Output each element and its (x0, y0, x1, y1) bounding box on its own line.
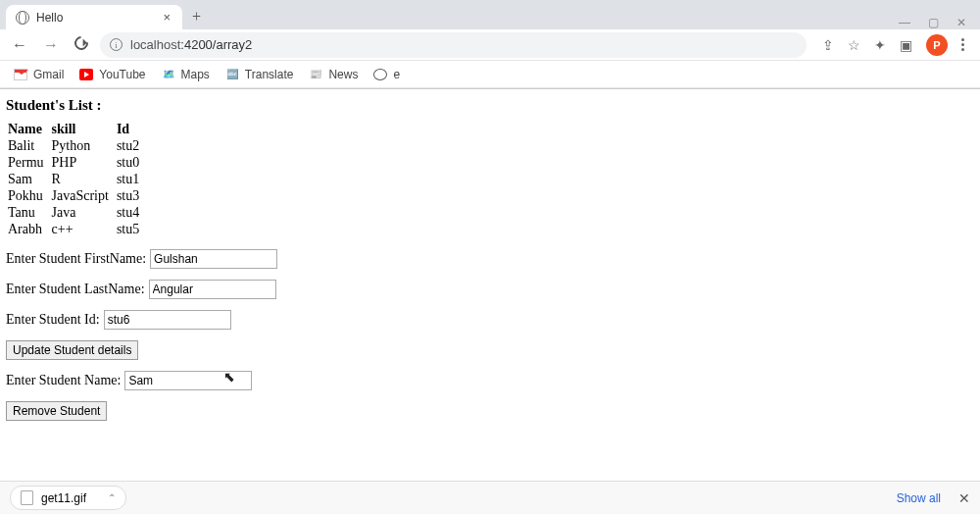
youtube-icon (79, 69, 93, 80)
panel-icon[interactable]: ▣ (900, 37, 912, 53)
url-field[interactable]: i localhost:4200/array2 (100, 32, 807, 58)
browser-tab[interactable]: Hello × (6, 5, 182, 29)
back-button[interactable]: ← (8, 34, 31, 56)
close-icon[interactable]: × (159, 10, 174, 25)
page-content: Student's List : Name skill Id BalitPyth… (0, 89, 980, 429)
new-tab-button[interactable]: + (182, 4, 211, 29)
bookmark-label: News (328, 68, 358, 81)
bookmarks-bar: Gmail YouTube 🗺️Maps 🔤Translate 📰News e (0, 61, 980, 88)
globe-icon (16, 11, 29, 25)
toolbar-icons: ⇪ ☆ ✦ ▣ P (814, 34, 972, 56)
id-input[interactable] (104, 310, 231, 330)
firstname-input[interactable] (150, 249, 277, 269)
browser-chrome: Hello × + — ▢ ✕ ← → i localhost:4200/arr… (0, 0, 980, 89)
menu-icon[interactable] (961, 38, 964, 51)
maximize-icon[interactable]: ▢ (928, 16, 939, 29)
maps-icon: 🗺️ (162, 69, 175, 80)
extensions-icon[interactable]: ✦ (874, 37, 886, 53)
bookmark-translate[interactable]: 🔤Translate (225, 68, 294, 81)
bookmark-label: Translate (245, 68, 294, 81)
students-table: Name skill Id BalitPythonstu2 PermuPHPst… (6, 122, 145, 238)
reload-button[interactable] (71, 34, 92, 56)
update-button[interactable]: Update Student details (6, 340, 138, 360)
news-icon: 📰 (309, 69, 322, 80)
translate-icon: 🔤 (225, 69, 239, 80)
forward-button[interactable]: → (39, 34, 63, 56)
close-shelf-icon[interactable]: ✕ (958, 490, 970, 506)
table-row: Arabhc++stu5 (6, 222, 145, 238)
col-name: Name (6, 122, 50, 138)
table-row: PermuPHPstu0 (6, 155, 145, 172)
table-row: SamRstu1 (6, 172, 145, 188)
globe-small-icon (373, 69, 387, 80)
close-window-icon[interactable]: ✕ (956, 16, 966, 29)
bookmark-label: e (393, 68, 400, 81)
bookmark-e[interactable]: e (373, 68, 400, 81)
firstname-row: Enter Student FirstName: (6, 249, 974, 269)
col-id: Id (115, 122, 145, 138)
show-all-link[interactable]: Show all (897, 491, 941, 505)
bookmark-label: Gmail (33, 68, 64, 81)
bookmark-youtube[interactable]: YouTube (79, 68, 145, 81)
page-heading: Student's List : (6, 97, 974, 114)
address-bar: ← → i localhost:4200/array2 ⇪ ☆ ✦ ▣ P (0, 29, 980, 61)
bookmark-news[interactable]: 📰News (309, 68, 358, 81)
url-text: localhost:4200/array2 (130, 37, 252, 52)
bookmark-gmail[interactable]: Gmail (14, 68, 64, 81)
id-row: Enter Student Id: (6, 310, 974, 330)
site-info-icon[interactable]: i (110, 38, 122, 51)
firstname-label: Enter Student FirstName: (6, 251, 146, 267)
tab-title: Hello (36, 11, 159, 25)
download-item[interactable]: get11.gif ⌃ (10, 486, 126, 510)
lastname-input[interactable] (149, 280, 276, 299)
table-row: TanuJavastu4 (6, 205, 145, 222)
gmail-icon (14, 69, 27, 80)
remove-name-row: Enter Student Name: (6, 371, 974, 390)
tab-bar: Hello × + — ▢ ✕ (0, 0, 980, 29)
bookmark-maps[interactable]: 🗺️Maps (162, 68, 210, 81)
table-row: BalitPythonstu2 (6, 138, 145, 155)
download-filename: get11.gif (41, 491, 86, 505)
lastname-row: Enter Student LastName: (6, 280, 974, 299)
bookmark-label: Maps (181, 68, 210, 81)
file-icon (21, 490, 33, 505)
id-label: Enter Student Id: (6, 312, 100, 328)
table-row: PokhuJavaScriptstu3 (6, 188, 145, 205)
bookmark-star-icon[interactable]: ☆ (848, 37, 860, 53)
reload-icon (72, 33, 91, 53)
remove-name-input[interactable] (124, 371, 252, 390)
remove-button[interactable]: Remove Student (6, 401, 107, 421)
download-shelf: get11.gif ⌃ Show all ✕ (0, 481, 980, 514)
share-icon[interactable]: ⇪ (822, 37, 834, 53)
window-controls: — ▢ ✕ (899, 16, 980, 29)
chevron-up-icon[interactable]: ⌃ (108, 492, 116, 503)
minimize-icon[interactable]: — (899, 16, 910, 29)
col-skill: skill (50, 122, 115, 138)
remove-name-label: Enter Student Name: (6, 373, 121, 388)
lastname-label: Enter Student LastName: (6, 282, 145, 297)
bookmark-label: YouTube (99, 68, 145, 81)
profile-avatar[interactable]: P (926, 34, 948, 56)
